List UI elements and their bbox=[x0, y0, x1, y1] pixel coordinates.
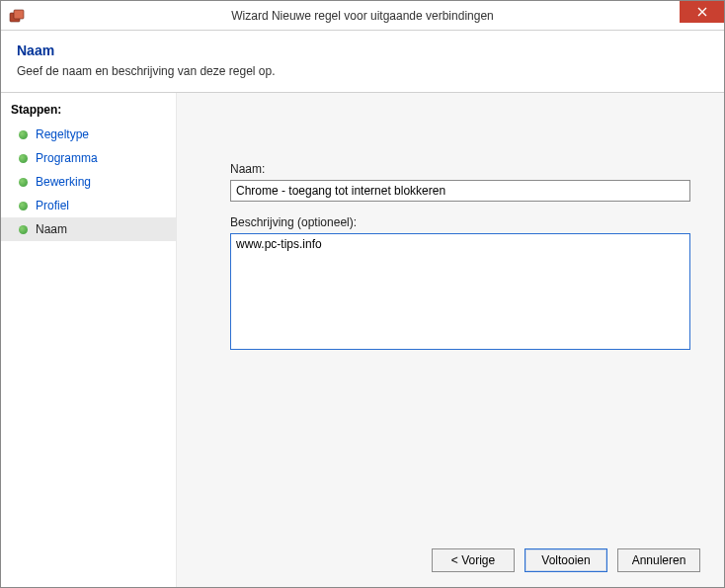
steps-sidebar: Stappen: Regeltype Programma Bewerking P… bbox=[1, 93, 177, 588]
cancel-button[interactable]: Annuleren bbox=[617, 548, 700, 572]
name-input[interactable] bbox=[230, 180, 690, 202]
step-regeltype[interactable]: Regeltype bbox=[1, 123, 176, 146]
name-label: Naam: bbox=[230, 162, 690, 176]
close-icon bbox=[697, 7, 707, 17]
bullet-icon bbox=[19, 154, 28, 163]
bullet-icon bbox=[19, 178, 28, 187]
step-label: Bewerking bbox=[36, 175, 91, 189]
step-profiel[interactable]: Profiel bbox=[1, 194, 176, 217]
wizard-body: Stappen: Regeltype Programma Bewerking P… bbox=[1, 93, 724, 588]
back-button[interactable]: < Vorige bbox=[432, 548, 515, 572]
main-panel: Naam: Beschrijving (optioneel): < Vorige… bbox=[177, 93, 724, 588]
step-programma[interactable]: Programma bbox=[1, 146, 176, 170]
step-label: Naam bbox=[36, 222, 67, 236]
step-label: Programma bbox=[36, 151, 98, 165]
step-naam[interactable]: Naam bbox=[1, 217, 176, 241]
wizard-header: Naam Geef de naam en beschrijving van de… bbox=[1, 31, 724, 93]
step-label: Profiel bbox=[36, 199, 69, 212]
window-title: Wizard Nieuwe regel voor uitgaande verbi… bbox=[1, 9, 724, 23]
bullet-icon bbox=[19, 130, 28, 139]
step-label: Regeltype bbox=[36, 127, 89, 141]
page-description: Geef de naam en beschrijving van deze re… bbox=[17, 64, 708, 78]
svg-rect-1 bbox=[14, 10, 24, 19]
close-button[interactable] bbox=[680, 1, 724, 23]
step-bewerking[interactable]: Bewerking bbox=[1, 170, 176, 194]
description-label: Beschrijving (optioneel): bbox=[230, 215, 690, 229]
titlebar: Wizard Nieuwe regel voor uitgaande verbi… bbox=[1, 1, 724, 31]
button-bar: < Vorige Voltooien Annuleren bbox=[432, 548, 700, 572]
bullet-icon bbox=[19, 225, 28, 234]
steps-heading: Stappen: bbox=[1, 99, 176, 123]
bullet-icon bbox=[19, 202, 28, 210]
page-title: Naam bbox=[17, 42, 708, 58]
description-textarea[interactable] bbox=[230, 233, 690, 350]
app-icon bbox=[9, 8, 25, 24]
finish-button[interactable]: Voltooien bbox=[524, 548, 607, 572]
